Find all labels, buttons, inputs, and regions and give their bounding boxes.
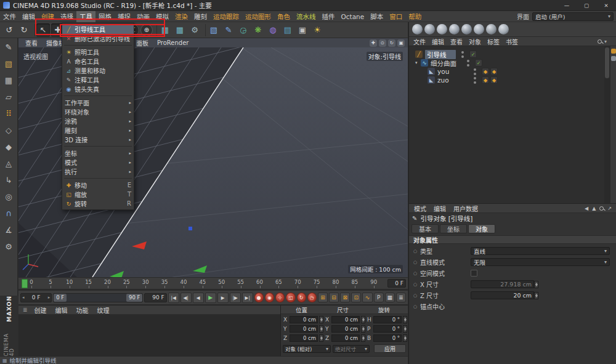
- spinner-icon[interactable]: [361, 316, 365, 323]
- spinner-icon[interactable]: [361, 325, 365, 333]
- polygons-mode-button[interactable]: ◆: [1, 140, 16, 154]
- edges-mode-button[interactable]: ◇: [1, 123, 16, 137]
- object-tag-icon[interactable]: ◆: [490, 76, 498, 84]
- object-name[interactable]: you: [437, 68, 468, 75]
- record-parameter-button[interactable]: ◷: [307, 293, 317, 302]
- model-mode-button[interactable]: ▧: [1, 57, 16, 71]
- record-scale-button[interactable]: ◱: [286, 293, 295, 302]
- mat-menu-texture[interactable]: 纹理: [93, 305, 114, 315]
- animation-dot-icon[interactable]: ○: [413, 293, 420, 298]
- layout-palette-ball[interactable]: [412, 24, 423, 34]
- live-selection-tool[interactable]: ↖: [36, 23, 50, 37]
- object-name[interactable]: 引导线: [425, 50, 456, 59]
- close-button[interactable]: ✕: [596, 0, 616, 11]
- om-menu-view[interactable]: 查看: [447, 37, 466, 46]
- vp-menu-view[interactable]: 查看: [21, 38, 42, 47]
- spinner-icon[interactable]: [534, 292, 538, 299]
- menu-script[interactable]: 脚本: [367, 11, 386, 22]
- om-menu-file[interactable]: 文件: [410, 37, 429, 46]
- frame-range-slider[interactable]: 0 F 90 F: [53, 293, 143, 302]
- end-frame-field[interactable]: 90 F: [144, 293, 166, 302]
- layout-palette-ball[interactable]: [449, 24, 460, 34]
- menu-render[interactable]: 渲染: [172, 11, 191, 22]
- viewport-pan-icon[interactable]: ✚: [370, 39, 377, 47]
- object-name[interactable]: zuo: [437, 76, 468, 84]
- next-frame-button[interactable]: ▶: [217, 293, 229, 303]
- mat-menu-create[interactable]: 创建: [30, 305, 51, 315]
- attribute-checkbox[interactable]: [471, 270, 477, 277]
- powerslider-settings-button[interactable]: P: [374, 293, 384, 302]
- layout-select[interactable]: 启动 (用户) ▾: [532, 12, 614, 21]
- camera-button[interactable]: ▣: [296, 23, 309, 37]
- spinner-icon[interactable]: [361, 334, 365, 342]
- spinner-icon[interactable]: [534, 281, 538, 288]
- am-tab-basic[interactable]: 基本: [411, 224, 439, 233]
- animation-dot-icon[interactable]: ○: [413, 260, 420, 265]
- animation-dot-icon[interactable]: ○: [413, 304, 420, 309]
- keyframe-rotation-toggle[interactable]: ⊠: [340, 293, 350, 302]
- history-back-icon[interactable]: ◀: [585, 206, 588, 211]
- object-manager-scrollbar[interactable]: [604, 46, 610, 203]
- position-x-field[interactable]: X 0 cm: [282, 315, 323, 323]
- minimize-button[interactable]: —: [557, 0, 577, 11]
- timeline-panel-menu-button[interactable]: ≣: [396, 293, 406, 302]
- menu-tools[interactable]: 工具: [76, 11, 95, 22]
- menu-item-coordinates[interactable]: 坐标 ▸: [62, 148, 134, 158]
- panel-grip-icon[interactable]: ≣: [20, 307, 30, 313]
- attribute-number-field[interactable]: 20 cm: [471, 291, 538, 299]
- spinner-icon[interactable]: [319, 325, 323, 333]
- am-tab-object[interactable]: 对象: [468, 224, 495, 233]
- dock-tab-icon[interactable]: [611, 49, 616, 54]
- autokeying-button[interactable]: ◉: [265, 293, 274, 302]
- object-tag-icon[interactable]: ✓: [475, 59, 482, 67]
- menu-create[interactable]: 创建: [38, 11, 57, 22]
- dock-tab-icon[interactable]: [611, 56, 616, 61]
- goto-start-button[interactable]: |◀: [168, 293, 179, 303]
- menu-item-arrange-objects[interactable]: 环绕对象 ▸: [62, 107, 134, 116]
- coordinate-system-button[interactable]: ⊕: [140, 24, 153, 36]
- record-position-button[interactable]: ⊹: [275, 293, 285, 302]
- enable-snap-button[interactable]: ∩: [1, 206, 16, 220]
- layout-palette-ball[interactable]: [498, 24, 509, 34]
- object-tag-icon[interactable]: ◆: [482, 68, 489, 75]
- ruler-current-frame-field[interactable]: 0 F: [387, 279, 406, 288]
- position-z-field[interactable]: Z 0 cm: [282, 334, 323, 342]
- timeline-ruler[interactable]: 051015202530354045505560657075808590 0 F: [18, 277, 408, 289]
- keyframe-parameter-toggle[interactable]: ⊡: [351, 293, 361, 302]
- spinner-icon[interactable]: [403, 325, 407, 333]
- layout-palette-ball[interactable]: [437, 24, 447, 34]
- range-end-grip[interactable]: 90 F: [126, 294, 142, 302]
- maximize-button[interactable]: ▢: [577, 0, 596, 11]
- visibility-dots-icon[interactable]: [473, 77, 477, 84]
- viewport-orbit-icon[interactable]: ↻: [388, 39, 395, 47]
- spinner-icon[interactable]: [319, 316, 323, 323]
- menu-plugins[interactable]: 插件: [319, 11, 338, 22]
- current-frame-field[interactable]: ◂ 0 F ▸: [20, 293, 52, 302]
- layout-palette-ball[interactable]: [461, 24, 472, 34]
- workplane-mode-button[interactable]: ▱: [1, 90, 16, 104]
- object-name[interactable]: 细分曲面: [431, 59, 461, 68]
- record-active-objects-button[interactable]: ●: [254, 293, 264, 302]
- am-menu-mode[interactable]: 模式: [410, 204, 430, 213]
- menu-item-lighting-tool[interactable]: ☀ 照明工具: [62, 47, 134, 57]
- om-menu-objects[interactable]: 对象: [466, 37, 484, 46]
- menu-sculpt[interactable]: 雕刻: [191, 11, 210, 22]
- menu-select[interactable]: 选择: [57, 11, 76, 22]
- play-button[interactable]: ▶: [205, 293, 216, 303]
- tweak-mode-button[interactable]: ◬: [1, 156, 16, 171]
- om-menu-bookmarks[interactable]: 书签: [503, 37, 521, 46]
- menu-character[interactable]: 角色: [274, 11, 293, 22]
- goto-end-button[interactable]: ▶|: [242, 293, 253, 303]
- am-tab-coordinates[interactable]: 坐标: [440, 224, 467, 233]
- search-icon[interactable]: [598, 39, 602, 44]
- animation-dot-icon[interactable]: ○: [413, 249, 420, 254]
- menu-item-3d-connexion[interactable]: 3D 连接 ▸: [62, 135, 134, 144]
- menu-item-modes[interactable]: 模式 ▸: [62, 158, 134, 167]
- previous-key-button[interactable]: ◀|: [180, 293, 192, 303]
- parent-object-icon[interactable]: ▲: [592, 206, 596, 211]
- viewport-toggle-icon[interactable]: ▣: [397, 39, 405, 47]
- transform-mode-select[interactable]: 对象 (相对) ▾: [283, 345, 331, 353]
- attribute-select[interactable]: 无限 ▾: [471, 258, 610, 266]
- keyframe-position-toggle[interactable]: ⊞: [318, 293, 328, 302]
- primitive-cube-button[interactable]: ▧: [207, 23, 221, 37]
